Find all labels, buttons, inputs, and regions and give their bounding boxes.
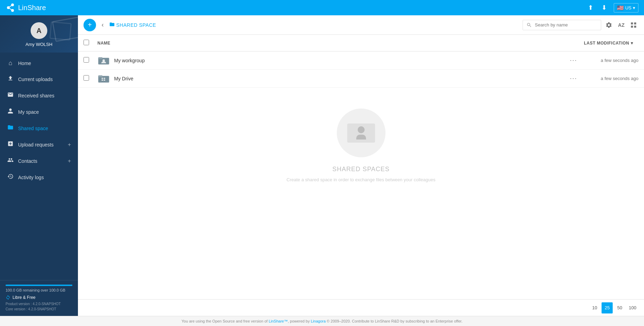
- header-actions: AZ: [523, 20, 638, 30]
- core-version: 4.2.0-SNAPSHOT: [28, 307, 56, 311]
- row-checkbox-input-2[interactable]: [84, 75, 89, 81]
- product-version-label: Product version: [6, 302, 30, 306]
- empty-state-subtitle: Create a shared space in order to exchan…: [287, 176, 436, 183]
- header-checkbox[interactable]: [84, 40, 97, 46]
- column-modification: LAST MODIFICATION ▾: [584, 41, 633, 46]
- sidebar-item-contacts[interactable]: Contacts +: [0, 153, 78, 169]
- profile-deco-2: [49, 21, 72, 40]
- search-input[interactable]: [535, 22, 597, 27]
- linagora-link[interactable]: Linagora: [311, 319, 326, 323]
- home-icon: ⌂: [7, 59, 14, 67]
- sidebar-item-shared-space[interactable]: Shared space: [0, 120, 78, 136]
- folder-drive-icon: [98, 74, 109, 83]
- sidebar-item-home[interactable]: ⌂ Home: [0, 55, 78, 71]
- row-actions-1: ···: [570, 57, 577, 64]
- search-icon: [526, 22, 532, 28]
- row-actions-2: ···: [570, 75, 577, 82]
- sidebar-item-received-shares[interactable]: Received shares: [0, 87, 78, 104]
- page-size-50[interactable]: 50: [614, 302, 625, 313]
- sort-az-btn[interactable]: AZ: [617, 21, 626, 29]
- sidebar-item-current-uploads[interactable]: Current uploads: [0, 71, 78, 87]
- folder-workgroup-icon: [98, 56, 109, 65]
- row-name-2: My Drive: [114, 76, 570, 81]
- empty-state-title: SHARED SPACES: [332, 166, 390, 173]
- breadcrumb-text: SHARED SPACE: [116, 22, 156, 28]
- profile-name: Amy WOLSH: [25, 42, 52, 47]
- row-time-2: a few seconds ago: [583, 76, 638, 81]
- sidebar: A Amy WOLSH ⌂ Home Current uploads Recei…: [0, 15, 78, 316]
- my-space-icon: [7, 108, 14, 116]
- language-button[interactable]: 🇺🇸 US ▾: [614, 3, 638, 13]
- libre-free: Libre & Free: [6, 295, 72, 300]
- logo-area: LinShare: [6, 3, 46, 13]
- sidebar-item-my-space[interactable]: My space: [0, 104, 78, 120]
- storage-bar-bg: [6, 285, 72, 286]
- content-header: + ‹ SHARED SPACE AZ: [78, 15, 644, 35]
- sidebar-footer: 100.0 GB remaining over 100.0 GB Libre &…: [0, 280, 78, 316]
- svg-point-7: [103, 59, 105, 62]
- logo-icon: [6, 3, 15, 13]
- row-checkbox-2[interactable]: [84, 75, 97, 82]
- empty-state-rect: [347, 124, 375, 143]
- upload-icon: [7, 75, 14, 83]
- page-size-25[interactable]: 25: [602, 302, 613, 313]
- sidebar-item-label: Received shares: [18, 93, 54, 98]
- received-shares-icon: [7, 92, 14, 100]
- sidebar-item-activity-logs[interactable]: Activity logs: [0, 169, 78, 185]
- content-area: + ‹ SHARED SPACE AZ: [78, 15, 644, 316]
- core-version-label: Core version: [6, 307, 25, 311]
- shared-space-icon: [7, 124, 14, 132]
- main-layout: A Amy WOLSH ⌂ Home Current uploads Recei…: [0, 15, 644, 316]
- svg-rect-12: [102, 79, 103, 80]
- flag-icon: 🇺🇸: [617, 5, 624, 11]
- lang-text: US: [625, 5, 631, 10]
- row-checkbox-input-1[interactable]: [84, 57, 89, 63]
- column-modification-label: LAST MODIFICATION: [584, 41, 629, 46]
- svg-rect-9: [98, 75, 102, 77]
- breadcrumb-icon: [109, 22, 115, 29]
- empty-state-person: [356, 126, 366, 140]
- storage-bar-fill: [6, 285, 72, 286]
- column-name: NAME: [97, 41, 584, 46]
- settings-icon-btn[interactable]: [604, 20, 614, 30]
- empty-state: SHARED SPACES Create a shared space in o…: [78, 88, 644, 204]
- add-upload-requests-icon[interactable]: +: [68, 142, 71, 148]
- sidebar-item-label: Shared space: [18, 126, 48, 131]
- topbar-actions: ⬆ ⬇ 🇺🇸 US ▾: [587, 2, 638, 13]
- search-box: [523, 20, 601, 30]
- more-options-btn-1[interactable]: ···: [570, 57, 577, 64]
- table-row[interactable]: My Drive ··· a few seconds ago: [78, 70, 644, 88]
- svg-rect-13: [104, 79, 105, 80]
- svg-line-4: [8, 8, 13, 10]
- page-size-100[interactable]: 100: [627, 302, 638, 313]
- table-row[interactable]: My workgroup ··· a few seconds ago: [78, 51, 644, 70]
- version-info: Product version : 4.2.0-SNAPSHOT Core ve…: [6, 301, 72, 312]
- download-icon-btn[interactable]: ⬇: [600, 2, 608, 13]
- product-version: 4.2.0-SNAPSHOT: [33, 302, 61, 306]
- select-all-checkbox[interactable]: [84, 40, 89, 45]
- more-options-btn-2[interactable]: ···: [570, 75, 577, 82]
- svg-rect-6: [98, 57, 102, 59]
- view-toggle-btn[interactable]: [629, 20, 638, 30]
- row-name-1: My workgroup: [114, 58, 570, 63]
- upload-icon-btn[interactable]: ⬆: [587, 2, 595, 13]
- sidebar-item-label: Current uploads: [18, 77, 53, 82]
- sidebar-item-label: My space: [18, 109, 39, 115]
- add-contacts-icon[interactable]: +: [68, 158, 71, 164]
- add-button[interactable]: +: [84, 19, 96, 31]
- sidebar-profile: A Amy WOLSH: [0, 15, 78, 53]
- storage-text: 100.0 GB remaining over 100.0 GB: [6, 288, 72, 292]
- avatar[interactable]: A: [31, 22, 47, 39]
- page-size-10[interactable]: 10: [589, 302, 600, 313]
- row-time-1: a few seconds ago: [583, 58, 638, 63]
- row-checkbox-1[interactable]: [84, 57, 97, 64]
- logo-text: LinShare: [18, 4, 46, 12]
- activity-logs-icon: [7, 173, 14, 181]
- svg-rect-11: [104, 78, 105, 79]
- linshare-link[interactable]: LinShare™: [269, 319, 288, 323]
- back-button[interactable]: ‹: [100, 20, 105, 30]
- sidebar-item-label: Activity logs: [18, 175, 44, 180]
- sort-arrow-icon: ▾: [631, 41, 633, 46]
- sidebar-item-upload-requests[interactable]: Upload requests +: [0, 136, 78, 153]
- contacts-icon: [7, 157, 14, 165]
